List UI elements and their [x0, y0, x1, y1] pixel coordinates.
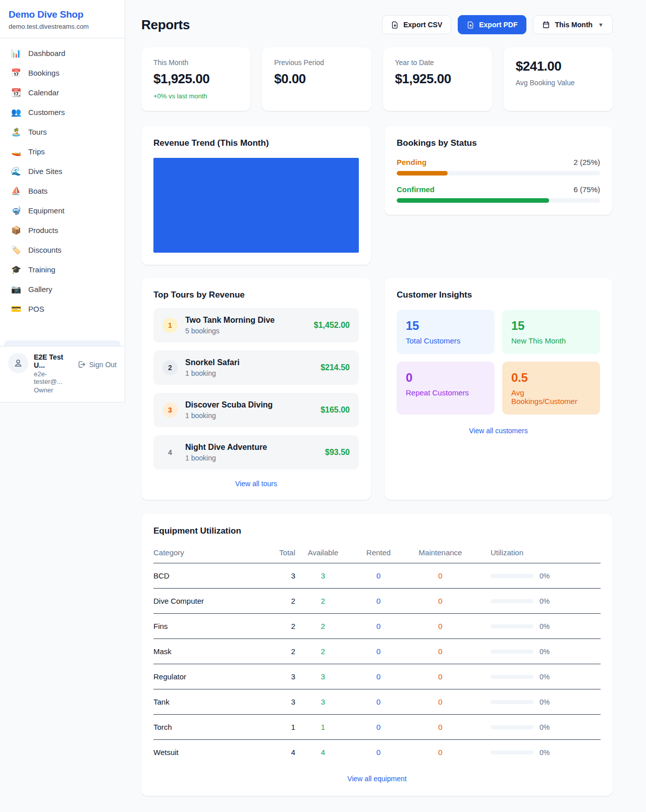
view-all-tours-link[interactable]: View all tours: [153, 480, 359, 488]
sidebar-item[interactable]: 🚤 Trips: [4, 142, 121, 161]
utilization-percent: 0%: [540, 723, 550, 731]
sidebar-item[interactable]: 🌊 Dive Sites: [4, 161, 121, 181]
sidebar-item[interactable]: 👥 Customers: [4, 102, 121, 122]
header-actions: Export CSV Export PDF This Month ▼: [382, 15, 613, 34]
cell-maintenance: 0: [406, 698, 474, 706]
cell-total: 4: [260, 748, 295, 757]
person-icon: [13, 358, 23, 368]
sidebar-item-label: Tours: [28, 128, 47, 136]
tour-row: 2 Snorkel Safari 1 booking $214.50: [153, 351, 359, 385]
cell-total: 2: [260, 622, 295, 630]
cell-category: BCD: [153, 571, 260, 580]
equipment-table-header: Category Total Available Rented Maintena…: [153, 540, 601, 563]
export-csv-button[interactable]: Export CSV: [382, 15, 451, 34]
utilization-percent: 0%: [540, 572, 550, 580]
bookings-by-status-title: Bookings by Status: [397, 138, 600, 148]
cell-category: Torch: [153, 723, 260, 731]
cell-available: 4: [295, 748, 351, 757]
insight-tile: 15 New This Month: [502, 310, 600, 354]
sidebar-item-label: Boats: [28, 187, 47, 195]
sidebar-item[interactable]: 📊 Dashboard: [4, 43, 121, 63]
sign-out-button[interactable]: Sign Out: [77, 360, 117, 369]
sidebar-item[interactable]: 📅 Bookings: [4, 63, 121, 83]
sign-out-label: Sign Out: [89, 361, 117, 369]
sidebar-item-icon: 📆: [11, 89, 21, 97]
tour-row: 1 Two Tank Morning Dive 5 bookings $1,45…: [153, 308, 359, 342]
equipment-utilization-card: Equipment Utilization Category Total Ava…: [141, 514, 613, 796]
user-name: E2E Test U...: [34, 353, 72, 369]
cell-category: Dive Computer: [153, 597, 260, 605]
sidebar-item[interactable]: 📦 Products: [4, 220, 121, 240]
sidebar: Demo Dive Shop demo.test.divestreams.com…: [0, 0, 125, 402]
sidebar-item-icon: ⛵: [11, 187, 21, 195]
tour-bookings: 5 bookings: [185, 327, 275, 335]
sidebar-item-icon: 👥: [11, 108, 21, 117]
sidebar-item[interactable]: 🏝️ Tours: [4, 122, 121, 142]
tour-name: Night Dive Adventure: [185, 443, 267, 452]
sidebar-item[interactable]: 🏷️ Discounts: [4, 240, 121, 260]
sidebar-item[interactable]: 🎓 Training: [4, 260, 121, 279]
utilization-bar-track: [491, 675, 533, 679]
status-progress-fill: [397, 171, 448, 176]
sidebar-item-icon: 📷: [11, 285, 21, 294]
charts-row: Revenue Trend (This Month) Bookings by S…: [141, 126, 613, 265]
status-list: Pending 2 (25%) Confirmed 6 (75%): [397, 158, 600, 203]
insight-tile: 15 Total Customers: [397, 310, 495, 354]
shop-name: Demo Dive Shop: [9, 9, 116, 20]
tour-name: Snorkel Safari: [185, 358, 240, 367]
utilization-percent: 0%: [540, 673, 550, 681]
sidebar-item-icon: 🚤: [11, 148, 21, 156]
sidebar-item-label: Dive Sites: [28, 167, 63, 176]
col-total: Total: [260, 548, 295, 557]
page-header: Reports Export CSV Export PDF: [141, 15, 613, 34]
cell-maintenance: 0: [406, 723, 474, 731]
cell-category: Regulator: [153, 672, 260, 681]
sidebar-active-item-partial[interactable]: [4, 340, 121, 346]
utilization-bar-track: [491, 624, 533, 628]
cell-category: Tank: [153, 698, 260, 706]
col-rented: Rented: [351, 548, 406, 557]
insights-row: Top Tours by Revenue 1 Two Tank Morning …: [141, 278, 613, 500]
sidebar-item[interactable]: 📆 Calendar: [4, 83, 121, 102]
insight-label: New This Month: [511, 336, 591, 345]
sidebar-item[interactable]: ⛵ Boats: [4, 181, 121, 201]
stats-row: This Month $1,925.00 +0% vs last month P…: [141, 47, 613, 111]
sidebar-item[interactable]: 💳 POS: [4, 299, 121, 319]
sidebar-item[interactable]: 🤿 Equipment: [4, 201, 121, 220]
revenue-trend-title: Revenue Trend (This Month): [153, 138, 359, 148]
utilization-percent: 0%: [540, 748, 550, 757]
cell-category: Wetsuit: [153, 748, 260, 757]
insight-value: 0: [406, 371, 486, 385]
period-dropdown[interactable]: This Month ▼: [533, 15, 613, 34]
cell-available: 3: [295, 698, 351, 706]
view-all-customers-link[interactable]: View all customers: [397, 427, 600, 435]
equipment-rows: BCD 3 3 0 0 0% Dive Co: [153, 563, 601, 765]
sidebar-item-label: Bookings: [28, 69, 60, 77]
tour-amount: $165.00: [320, 405, 350, 415]
tour-bookings: 1 booking: [185, 412, 273, 420]
col-available: Available: [295, 548, 351, 557]
cell-rented: 0: [351, 698, 406, 706]
export-pdf-button[interactable]: Export PDF: [458, 15, 526, 34]
utilization-bar-track: [491, 650, 533, 654]
sidebar-item-icon: 🎓: [11, 266, 21, 274]
export-csv-label: Export CSV: [403, 21, 442, 29]
user-info: E2E Test U... e2e-tester@... Owner: [34, 353, 72, 394]
table-row: Tank 3 3 0 0 0%: [153, 689, 601, 715]
status-label: Confirmed: [397, 185, 435, 194]
table-row: Wetsuit 4 4 0 0 0%: [153, 740, 601, 765]
sidebar-user-panel: E2E Test U... e2e-tester@... Owner Sign …: [0, 346, 125, 402]
col-utilization: Utilization: [474, 548, 601, 557]
cell-rented: 0: [351, 723, 406, 731]
view-all-equipment-link[interactable]: View all equipment: [153, 775, 601, 783]
table-row: Regulator 3 3 0 0 0%: [153, 664, 601, 689]
stat-label: Avg Booking Value: [516, 79, 601, 87]
stat-value: $241.00: [516, 59, 601, 74]
sidebar-item[interactable]: 📷 Gallery: [4, 279, 121, 299]
cell-category: Mask: [153, 647, 260, 656]
cell-available: 2: [295, 622, 351, 630]
cell-rented: 0: [351, 622, 406, 630]
tour-name: Discover Scuba Diving: [185, 400, 273, 410]
revenue-trend-chart: [153, 158, 359, 253]
status-row: Pending 2 (25%): [397, 158, 600, 176]
